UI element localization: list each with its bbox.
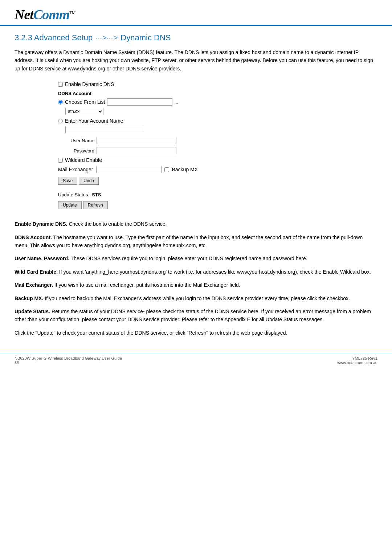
logo: NetCommTM bbox=[15, 7, 377, 23]
page-title: 3.2.3 Advanced Setup ····>····> Dynamic … bbox=[15, 33, 377, 42]
username-input[interactable] bbox=[97, 137, 176, 144]
domain-dropdown-row: ath.cx dyndns.org homeunix.com yi.org bbox=[65, 108, 232, 115]
logo-tm: TM bbox=[69, 10, 75, 15]
desc-backup-mx-text: If you need to backup the Mail Exchanger… bbox=[43, 295, 350, 301]
main-content: 3.2.3 Advanced Setup ····>····> Dynamic … bbox=[0, 26, 392, 353]
logo-comm: Comm bbox=[33, 7, 69, 22]
page-header: NetCommTM bbox=[0, 0, 392, 26]
desc-mail-exchanger-text: If you wish to use a mail exchanger, put… bbox=[53, 282, 240, 288]
password-row: Password bbox=[58, 147, 232, 154]
wildcard-row: Wildcard Enable bbox=[58, 157, 232, 163]
enable-dns-label: Enable Dynamic DNS bbox=[65, 81, 114, 87]
logo-net: Net bbox=[15, 7, 33, 22]
desc-enable-dns: Enable Dynamic DNS. Check the box to ena… bbox=[15, 220, 377, 228]
form-panel: Enable Dynamic DNS DDNS Account Choose F… bbox=[58, 81, 232, 209]
update-button[interactable]: Update bbox=[58, 201, 82, 209]
desc-update-status: Update Status. Returns the status of you… bbox=[15, 307, 377, 324]
domain-dot: . bbox=[176, 99, 177, 105]
update-status-row: Update Status : STS bbox=[58, 192, 232, 197]
choose-from-list-input[interactable] bbox=[107, 98, 172, 106]
footer-right: YML725 Rev1 www.netcomm.com.au bbox=[337, 356, 377, 365]
desc-update-status-text: Returns the status of your DDNS service-… bbox=[15, 309, 371, 322]
mail-exchanger-input[interactable] bbox=[96, 166, 162, 173]
choose-from-list-label: Choose From List bbox=[65, 99, 105, 105]
title-section: 3.2.3 Advanced Setup bbox=[15, 33, 93, 42]
footer-website: www.netcomm.com.au bbox=[337, 360, 377, 365]
desc-username-text: These DDNS services require you to login… bbox=[69, 256, 307, 261]
mail-exchanger-label: Mail Exchanger bbox=[58, 167, 93, 172]
refresh-button[interactable]: Refresh bbox=[83, 201, 108, 209]
desc-username-bold: User Name, Password. bbox=[15, 256, 69, 261]
title-subsection: Dynamic DNS bbox=[121, 33, 171, 42]
username-label: User Name bbox=[58, 138, 94, 143]
enter-account-label: Enter Your Account Name bbox=[65, 118, 123, 124]
enter-account-row: Enter Your Account Name bbox=[58, 118, 232, 124]
page-footer: NB620W Super-G Wireless Broadband Gatewa… bbox=[0, 353, 392, 368]
desc-ddns-account-bold: DDNS Account. bbox=[15, 234, 52, 240]
save-button[interactable]: Save bbox=[58, 177, 77, 185]
desc-click-update-text: Click the "Update" to check your current… bbox=[15, 330, 287, 336]
ddns-account-label: DDNS Account bbox=[58, 91, 232, 96]
footer-page-number: 36 bbox=[15, 360, 122, 365]
intro-paragraph: The gateway offers a Dynamic Domain Name… bbox=[15, 48, 377, 73]
footer-revision: YML725 Rev1 bbox=[337, 356, 377, 360]
enter-account-radio[interactable] bbox=[58, 119, 63, 123]
desc-backup-mx-bold: Backup MX. bbox=[15, 295, 43, 301]
desc-update-status-bold: Update Status. bbox=[15, 309, 50, 314]
logo-text: NetCommTM bbox=[15, 7, 75, 22]
desc-mail-exchanger: Mail Exchanger. If you wish to use a mai… bbox=[15, 281, 377, 289]
enable-dns-row: Enable Dynamic DNS bbox=[58, 81, 232, 87]
desc-enable-dns-bold: Enable Dynamic DNS. bbox=[15, 221, 68, 227]
save-undo-row: Save Undo bbox=[58, 177, 232, 185]
choose-from-list-radio[interactable] bbox=[58, 100, 63, 105]
backup-mx-label: Backup MX bbox=[172, 167, 198, 172]
password-input[interactable] bbox=[97, 147, 176, 154]
enable-dns-checkbox[interactable] bbox=[58, 82, 63, 87]
descriptions-section: Enable Dynamic DNS. Check the box to ena… bbox=[15, 220, 377, 337]
backup-mx-checkbox[interactable] bbox=[164, 167, 169, 172]
password-label: Password bbox=[58, 148, 94, 154]
undo-button[interactable]: Undo bbox=[79, 177, 99, 185]
footer-left: NB620W Super-G Wireless Broadband Gatewa… bbox=[15, 356, 122, 365]
username-row: User Name bbox=[58, 137, 232, 144]
update-status-prefix: Update Status : bbox=[58, 192, 91, 197]
account-name-input-row bbox=[65, 126, 232, 133]
account-name-input[interactable] bbox=[65, 126, 145, 133]
choose-from-list-row: Choose From List . bbox=[58, 98, 232, 106]
update-refresh-row: Update Refresh bbox=[58, 201, 232, 209]
footer-guide-name: NB620W Super-G Wireless Broadband Gatewa… bbox=[15, 356, 122, 360]
desc-wildcard-text: If you want 'anything_here.yourhost.dynd… bbox=[58, 269, 371, 275]
desc-wildcard: Wild Card Enable. If you want 'anything_… bbox=[15, 268, 377, 276]
desc-ddns-account: DDNS Account. The hostname you want to u… bbox=[15, 233, 377, 250]
desc-username-password: User Name, Password. These DDNS services… bbox=[15, 254, 377, 262]
desc-click-update: Click the "Update" to check your current… bbox=[15, 329, 377, 337]
update-status-value: STS bbox=[92, 192, 101, 197]
mail-exchanger-row: Mail Exchanger Backup MX bbox=[58, 166, 232, 173]
arrow-separator-icon: ····>····> bbox=[95, 34, 118, 42]
desc-backup-mx: Backup MX. If you need to backup the Mai… bbox=[15, 294, 377, 302]
desc-mail-exchanger-bold: Mail Exchanger. bbox=[15, 282, 53, 288]
desc-wildcard-bold: Wild Card Enable. bbox=[15, 269, 58, 275]
desc-enable-dns-text: Check the box to enable the DDNS service… bbox=[68, 221, 167, 227]
domain-dropdown[interactable]: ath.cx dyndns.org homeunix.com yi.org bbox=[65, 108, 103, 115]
wildcard-label: Wildcard Enable bbox=[65, 157, 102, 163]
wildcard-checkbox[interactable] bbox=[58, 158, 63, 163]
desc-ddns-account-text: The hostname you want to use. Type the f… bbox=[15, 234, 363, 248]
